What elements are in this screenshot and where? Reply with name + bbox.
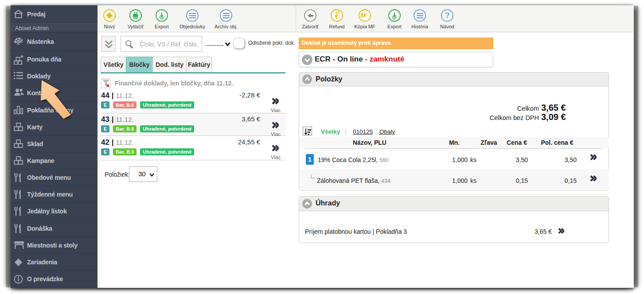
- svg-text:XML: XML: [392, 17, 397, 19]
- svg-text:XML: XML: [160, 17, 164, 19]
- svg-text:€: €: [335, 12, 339, 20]
- svg-text:F: F: [363, 13, 367, 19]
